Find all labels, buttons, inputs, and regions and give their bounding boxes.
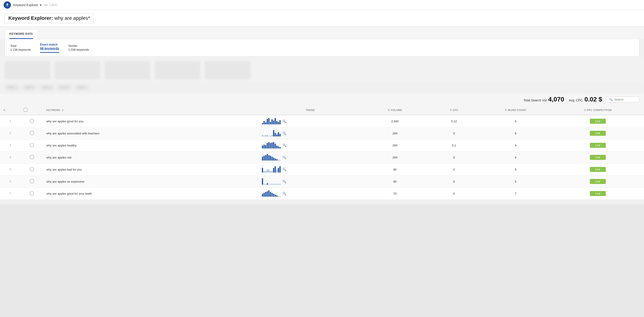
trend-bar-segment (267, 119, 268, 124)
trend-zoom-icon[interactable]: 🔍 (282, 192, 286, 195)
trend-zoom-icon[interactable]: 🔍 (282, 168, 286, 171)
row-checkbox-cell[interactable] (20, 139, 43, 151)
trend-bar-segment (272, 135, 272, 136)
trend-bar-segment (268, 155, 270, 161)
trend-bar-segment (267, 169, 268, 173)
th-cpc[interactable]: ⇅ CPC (428, 105, 480, 115)
stat-exact-match[interactable]: Exact match 98 keywords (40, 43, 59, 53)
trend-bar-segment (270, 143, 271, 148)
trend-bar-segment (268, 136, 270, 136)
trend-bar-segment (272, 157, 272, 161)
trend-zoom-icon[interactable]: 🔍 (282, 131, 286, 135)
trend-zoom-icon[interactable]: 🔍 (282, 180, 286, 183)
row-checkbox-cell[interactable] (20, 151, 43, 164)
blurred-charts-section (0, 57, 644, 82)
trend-bar-segment (272, 119, 272, 124)
trend-bar-segment (262, 135, 263, 136)
row-keyword: why are apples good for your teeth (43, 188, 259, 200)
trend-bar-segment (262, 168, 263, 173)
row-select-checkbox[interactable] (30, 155, 34, 159)
keyword-sort-icon: ⇅ (62, 109, 64, 111)
trend-bar-segment (262, 178, 263, 185)
th-ppc-competition[interactable]: ⇅ PPC COMPETITION (552, 105, 644, 115)
tab-keyword-data-label: KEYWORD DATA (9, 32, 33, 39)
ppc-badge: Low (590, 119, 606, 124)
app-title-bar[interactable]: Keyword Explorer ▾ (13, 3, 42, 7)
trend-bar-segment (270, 122, 271, 124)
trend-zoom-icon[interactable]: 🔍 (282, 143, 286, 147)
table-row: 4why are apples red🔍26004Low (0, 151, 644, 164)
trend-bar-segment (265, 135, 266, 136)
trend-bar-segment (265, 171, 266, 173)
app-name: Keyword Explorer (13, 3, 38, 7)
row-checkbox-cell[interactable] (20, 115, 43, 127)
table-row: 6why are apples so expensive🔍9005Low (0, 176, 644, 188)
th-word-count[interactable]: ⇅ WORD COUNT (480, 105, 552, 115)
row-checkbox-cell[interactable] (20, 176, 43, 188)
row-ppc-competition: Low (552, 176, 644, 188)
ppc-sort-icon: ⇅ (584, 109, 586, 111)
th-keyword[interactable]: KEYWORD ⇅ (43, 105, 259, 115)
table-row: 3why are apples healthy🔍2600.14Low (0, 139, 644, 151)
th-sort-icon[interactable]: ⇅ (0, 105, 20, 115)
trend-chart (262, 178, 280, 185)
trend-chart (262, 142, 280, 148)
row-select-checkbox[interactable] (30, 119, 34, 123)
select-all-checkbox[interactable] (24, 108, 27, 112)
stat-total[interactable]: Total 1,136 keywords (10, 44, 31, 51)
trend-bar-segment (264, 193, 265, 197)
row-select-checkbox[interactable] (30, 131, 34, 135)
row-select-checkbox[interactable] (30, 167, 34, 171)
trend-bar-segment (267, 191, 268, 197)
row-trend: 🔍 (259, 176, 361, 188)
row-cpc: 0.1 (428, 139, 480, 151)
trend-bar-segment (275, 166, 276, 173)
th-checkbox[interactable] (20, 105, 43, 115)
content-area: Total 1,136 keywords Exact match 98 keyw… (0, 39, 644, 204)
row-word-count: 7 (480, 188, 552, 200)
row-trend: 🔍 (259, 115, 361, 127)
trend-bar-segment (268, 118, 270, 124)
row-select-checkbox[interactable] (30, 143, 34, 147)
row-select-checkbox[interactable] (30, 179, 34, 183)
row-checkbox-cell[interactable] (20, 188, 43, 200)
row-ppc-competition: Low (552, 127, 644, 139)
row-number: 2 (0, 127, 20, 139)
trend-zoom-icon[interactable]: 🔍 (282, 156, 286, 159)
trend-bar-segment (273, 142, 274, 148)
search-box[interactable]: 🔍 (607, 97, 640, 102)
trend-bar-segment (262, 194, 263, 197)
trend-chart (262, 166, 280, 173)
search-input[interactable] (614, 98, 637, 101)
stat-similar[interactable]: Similar 1,038 keywords (68, 44, 89, 51)
row-keyword: why are apples so expensive (43, 176, 259, 188)
row-cpc: 0 (428, 176, 480, 188)
row-ppc-competition: Low (552, 164, 644, 176)
filter-pill-4: Filter 4 (57, 84, 72, 91)
trend-bar-segment (265, 122, 266, 124)
trend-bar-segment (267, 183, 268, 185)
row-checkbox-cell[interactable] (20, 127, 43, 139)
trend-bar-segment (275, 133, 276, 136)
tab-keyword-data[interactable]: KEYWORD DATA (4, 29, 38, 39)
trend-bar-segment (273, 184, 274, 185)
row-select-checkbox[interactable] (30, 191, 34, 195)
tabs-section: KEYWORD DATA (0, 27, 644, 39)
trend-bar-segment (264, 184, 265, 185)
trend-bar-segment (264, 136, 265, 136)
trend-bar-segment (278, 122, 279, 124)
trend-zoom-icon[interactable]: 🔍 (282, 119, 286, 123)
trend-bar-segment (273, 130, 274, 136)
th-volume[interactable]: ⇅ VOLUME (362, 105, 428, 115)
trend-bar-segment (270, 156, 271, 161)
trend-bar-segment (280, 184, 280, 185)
trend-bar-segment (273, 194, 274, 197)
trend-bar-segment (275, 184, 276, 185)
trend-bar-segment (280, 134, 280, 136)
row-checkbox-cell[interactable] (20, 164, 43, 176)
chevron-down-icon[interactable]: ▾ (40, 3, 42, 7)
ppc-badge: Low (590, 131, 606, 136)
row-cpc: 0.12 (428, 115, 480, 127)
trend-chart (262, 118, 280, 124)
filter-pill-1: Filter 1 (4, 84, 19, 91)
